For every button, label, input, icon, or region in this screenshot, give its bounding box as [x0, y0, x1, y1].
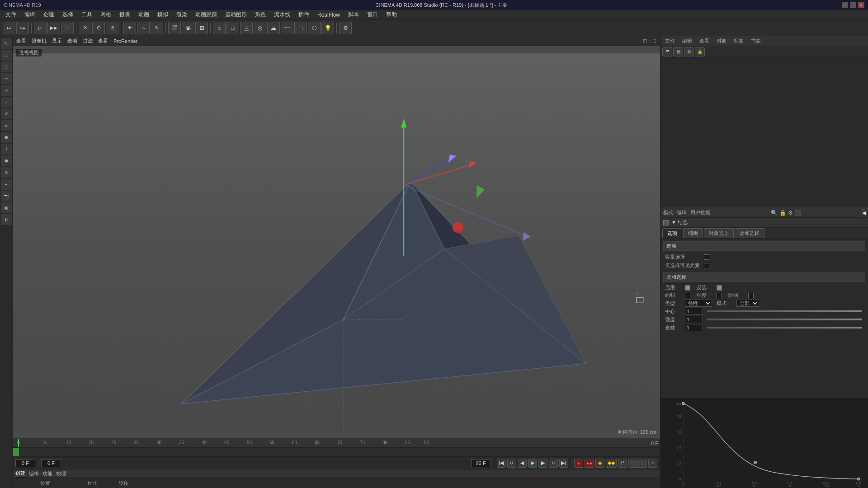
timeline-ruler[interactable]: 0 5 10 15 20 25 30 35 40 45 50 55 60 65 …: [13, 439, 660, 448]
goto-start-btn[interactable]: |◀: [497, 459, 506, 468]
sidebar-cursor[interactable]: ↖: [1, 38, 12, 49]
scale-tool[interactable]: ⤡: [137, 22, 150, 34]
timeline-track[interactable]: [13, 448, 660, 457]
menu-pipeline[interactable]: 流水线: [270, 10, 294, 19]
menu-tools[interactable]: 工具: [78, 10, 96, 19]
obj-lock-btn[interactable]: 🔒: [695, 47, 705, 56]
fps-input[interactable]: [41, 459, 61, 467]
obj-flat-btn[interactable]: ▤: [673, 47, 683, 56]
nurbs-tool[interactable]: ◻: [294, 22, 307, 34]
render-anim-btn[interactable]: 📽: [182, 22, 194, 34]
vp-menu-options[interactable]: 选项: [67, 38, 77, 44]
vp-menu-prorender[interactable]: ProRender: [113, 38, 137, 44]
goto-end-btn[interactable]: ▶|: [559, 459, 568, 468]
menu-motion-tracker[interactable]: 动画跟踪: [192, 10, 221, 19]
menu-window[interactable]: 窗口: [363, 10, 382, 19]
obj-tab-edit[interactable]: 编辑: [680, 38, 694, 44]
soft-limit-check[interactable]: [748, 293, 754, 298]
attr-userdata-label[interactable]: 用户数据: [690, 209, 710, 216]
maximize-btn[interactable]: □: [850, 2, 856, 8]
menu-file[interactable]: 文件: [2, 10, 20, 19]
obj-tab-file[interactable]: 文件: [663, 38, 677, 44]
move-tool[interactable]: ✚: [123, 22, 136, 34]
obj-tab-view[interactable]: 查看: [698, 38, 711, 44]
tab-function[interactable]: 功能: [42, 470, 52, 477]
sphere-tool[interactable]: ○: [213, 22, 226, 34]
sidebar-paint[interactable]: ✏: [1, 73, 12, 84]
sidebar-camera2[interactable]: 📷: [1, 191, 12, 202]
minimize-btn[interactable]: −: [842, 2, 848, 8]
sidebar-tool2[interactable]: ◐: [1, 214, 12, 225]
soft-falloff-check[interactable]: [717, 293, 722, 298]
key-all-btn[interactable]: ◆◆: [606, 459, 617, 468]
menu-script[interactable]: 脚本: [344, 10, 363, 19]
menu-plugin[interactable]: 插件: [295, 10, 313, 19]
step-back-btn[interactable]: ↺: [507, 459, 516, 468]
more-btn[interactable]: ≡: [648, 459, 657, 468]
menu-select[interactable]: 选择: [59, 10, 77, 19]
vp-menu-filter[interactable]: 过滤: [83, 38, 93, 44]
sidebar-lasso[interactable]: 〇: [1, 61, 12, 72]
z-mode-btn[interactable]: ⊘: [106, 22, 118, 34]
play-btn[interactable]: ▶: [528, 459, 537, 468]
current-frame-input[interactable]: [15, 459, 35, 467]
record-btn[interactable]: ●: [574, 459, 583, 468]
sidebar-rig[interactable]: ♦: [1, 179, 12, 190]
menu-anim[interactable]: 动画: [135, 10, 153, 19]
vp-menu-view[interactable]: 查看: [16, 38, 26, 44]
attr-tab-detail[interactable]: 细则: [683, 228, 703, 238]
keyframe-btn[interactable]: ◆: [595, 459, 604, 468]
soft-center-slider[interactable]: [707, 310, 862, 312]
soft-falloff-slider[interactable]: [707, 327, 862, 328]
tab-create[interactable]: 创建: [15, 470, 25, 477]
attr-lock-icon[interactable]: 🔒: [779, 210, 786, 216]
close-btn[interactable]: ×: [858, 2, 864, 8]
obj-tab-bookmark[interactable]: 书签: [749, 38, 763, 44]
deformer-tool[interactable]: ⬡: [308, 22, 321, 34]
auto-key-btn[interactable]: P: [618, 459, 627, 468]
tab-edit[interactable]: 编辑: [29, 470, 39, 477]
vp-menu-view2[interactable]: 查看: [98, 38, 108, 44]
obj-mode-btn[interactable]: ☰: [662, 47, 672, 56]
y-mode-btn[interactable]: ⊙: [92, 22, 105, 34]
sidebar-scale[interactable]: ⤢: [1, 97, 12, 108]
motion-record-btn[interactable]: ⬛⬛⬛: [628, 459, 647, 468]
attr-tab-objsel[interactable]: 对象选上: [704, 228, 734, 238]
soft-center-input[interactable]: [685, 308, 703, 315]
sidebar-move[interactable]: ✛: [1, 85, 12, 96]
viewport-3d[interactable]: 透视视图: [13, 46, 660, 438]
soft-falloff-input[interactable]: [685, 324, 703, 331]
attr-expand-icon[interactable]: ⬛: [795, 210, 802, 216]
torus-tool[interactable]: ◎: [254, 22, 266, 34]
attr-collapse-btn[interactable]: ◀: [862, 209, 865, 216]
sidebar-group[interactable]: ▣: [1, 202, 12, 213]
end-frame-input[interactable]: [471, 459, 491, 467]
attr-tab-soft[interactable]: 柔和选择: [735, 228, 764, 238]
attr-edit-label[interactable]: 编辑: [677, 209, 687, 216]
soft-surface-check[interactable]: [685, 293, 690, 298]
obj-tab-object[interactable]: 对象: [715, 38, 728, 44]
record-all-btn[interactable]: ●●: [585, 459, 594, 468]
x-mode-btn[interactable]: ✕: [79, 22, 91, 34]
redo-btn[interactable]: ↪: [16, 22, 29, 34]
sidebar-sculpt[interactable]: ⬢: [1, 155, 12, 166]
visible-only-check[interactable]: [704, 263, 709, 268]
render-large-btn[interactable]: ⬛: [61, 22, 74, 34]
undo-btn[interactable]: ↩: [3, 22, 15, 34]
unknown-tool-1[interactable]: ⚙: [339, 22, 352, 34]
light-tool[interactable]: 💡: [321, 22, 334, 34]
step-fwd-btn[interactable]: ↻: [549, 459, 558, 468]
sidebar-rotate[interactable]: ↺: [1, 108, 12, 119]
menu-create[interactable]: 创建: [40, 10, 58, 19]
spline-tool[interactable]: 〰: [281, 22, 293, 34]
soft-invert-check[interactable]: [717, 285, 722, 291]
landscape-tool[interactable]: ⛰: [267, 22, 280, 34]
soft-radius-slider[interactable]: [707, 319, 862, 320]
volume-select-check[interactable]: [704, 254, 709, 260]
soft-type-select[interactable]: 径性: [685, 300, 712, 307]
sidebar-object[interactable]: ◈: [1, 120, 12, 131]
rotate-tool[interactable]: ↻: [151, 22, 163, 34]
menu-render[interactable]: 渲染: [173, 10, 191, 19]
sidebar-joint[interactable]: ⊕: [1, 167, 12, 178]
prev-frame-btn[interactable]: ◀: [518, 459, 527, 468]
